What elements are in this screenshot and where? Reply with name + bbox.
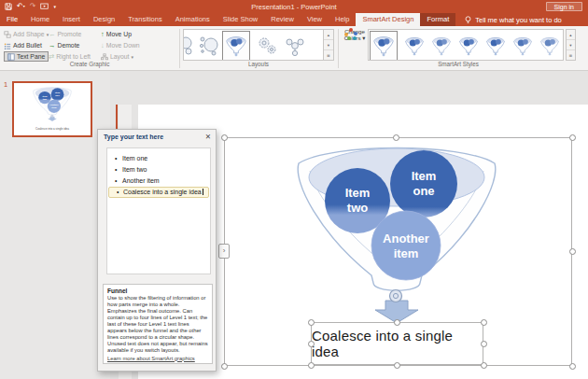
tab-insert[interactable]: Insert xyxy=(56,13,87,26)
text-pane-icon xyxy=(7,53,15,61)
bullet-icon: • xyxy=(117,188,119,197)
create-graphic-group-label: Create Graphic xyxy=(0,61,179,67)
text-pane-toggle-button[interactable]: › xyxy=(218,244,230,259)
layout-thumbnail-partial[interactable] xyxy=(183,33,195,59)
text-pane-header[interactable]: Type your text here ✕ xyxy=(98,130,216,146)
smartart-styles-group-label: SmartArt Styles xyxy=(342,61,575,67)
tab-view[interactable]: View xyxy=(301,13,329,26)
selection-handle[interactable] xyxy=(308,319,315,326)
styles-scroll-down-icon[interactable]: ▾ xyxy=(567,40,575,50)
layout-thumbnail-funnel-selected[interactable] xyxy=(222,31,250,61)
selection-handle[interactable] xyxy=(308,362,315,369)
layout-thumbnail-circles[interactable] xyxy=(197,33,221,59)
layout-info-heading: Funnel xyxy=(107,288,208,294)
learn-more-link[interactable]: Learn more about SmartArt graphics xyxy=(107,356,208,361)
style-thumbnail-4[interactable] xyxy=(456,33,481,59)
selection-handle[interactable] xyxy=(481,341,487,347)
funnel-smartart-graphic[interactable]: Item two Item one Another item xyxy=(280,135,513,336)
tell-me-box[interactable]: Tell me what you want to do xyxy=(465,13,562,26)
tab-design[interactable]: Design xyxy=(87,13,121,26)
layout-icon xyxy=(101,53,108,61)
text-pane-list: • Item one • Item two • Another item • C… xyxy=(106,147,211,274)
change-colors-button[interactable]: Change Colors ▾ xyxy=(342,28,368,65)
selection-handle[interactable] xyxy=(569,248,576,255)
caption-text: Coalesce into a single idea xyxy=(312,328,483,359)
smartart-styles-gallery xyxy=(368,29,564,61)
layouts-scroll-down-icon[interactable]: ▾ xyxy=(324,40,333,50)
layouts-gallery: ▴ ▾ ≣ xyxy=(183,29,334,61)
tab-slide-show[interactable]: Slide Show xyxy=(217,13,265,26)
sign-in-button[interactable]: Sign in xyxy=(546,2,582,11)
selection-handle[interactable] xyxy=(308,341,315,347)
slide-thumbnail-panel: 1 Coalesce into a single idea xyxy=(0,71,110,379)
text-pane-item-active[interactable]: • Coalesce into a single idea xyxy=(108,187,209,198)
tab-review[interactable]: Review xyxy=(264,13,301,26)
layouts-more-icon[interactable]: ≣ xyxy=(324,50,333,60)
layout-thumbnail-linked-circles[interactable] xyxy=(283,33,307,59)
style-thumbnail-3[interactable] xyxy=(429,33,454,59)
add-bullet-button[interactable]: Add Bullet xyxy=(4,40,42,50)
add-shape-button[interactable]: Add Shape▾ xyxy=(4,29,49,39)
thumbnail-caption: Coalesce into a single idea xyxy=(35,127,69,131)
close-icon[interactable]: ✕ xyxy=(205,133,211,141)
window-title: Presentation1 - PowerPoint xyxy=(0,3,588,11)
selection-handle[interactable] xyxy=(569,134,576,141)
group-separator xyxy=(179,29,180,68)
add-shape-icon xyxy=(4,31,11,38)
layout-thumbnail-gears[interactable] xyxy=(255,33,279,59)
tab-animations[interactable]: Animations xyxy=(169,13,217,26)
tab-smartart-design[interactable]: SmartArt Design xyxy=(356,13,420,26)
add-bullet-icon xyxy=(4,42,11,49)
styles-gallery-scrollbar: ▴ ▾ ≣ xyxy=(566,29,576,61)
layouts-group-label: Layouts xyxy=(183,61,334,67)
demote-button[interactable]: →Demote xyxy=(49,40,79,50)
text-pane-item[interactable]: • Another item xyxy=(107,175,210,187)
text-cursor xyxy=(203,189,203,195)
powerpoint-window: ↶▾ ↷ ▾ Presentation1 - PowerPoint Sign i… xyxy=(0,0,588,379)
group-separator xyxy=(338,29,339,68)
promote-button[interactable]: ←Promote xyxy=(49,29,81,39)
lightbulb-icon xyxy=(465,16,471,24)
ribbon: Add Shape▾ Add Bullet Text Pane ←Promote… xyxy=(0,26,588,71)
ribbon-tab-bar: File Home Insert Design Transitions Anim… xyxy=(0,13,588,26)
move-up-button[interactable]: ↑Move Up xyxy=(101,29,132,39)
text-pane-item[interactable]: • Item one xyxy=(107,153,210,164)
selection-handle[interactable] xyxy=(394,319,400,326)
move-down-button[interactable]: ↓Move Down xyxy=(101,40,140,50)
text-pane-item[interactable]: • Item two xyxy=(107,164,210,175)
style-thumbnail-5[interactable] xyxy=(483,33,508,59)
slide-number: 1 xyxy=(4,80,7,89)
layouts-scroll-up-icon[interactable]: ▴ xyxy=(324,30,333,40)
selection-handle[interactable] xyxy=(569,363,576,370)
style-thumbnail-6[interactable] xyxy=(511,33,535,59)
selection-handle[interactable] xyxy=(481,319,487,326)
style-thumbnail-1-selected[interactable] xyxy=(370,31,398,61)
caption-text-box[interactable]: Coalesce into a single idea xyxy=(311,322,483,365)
slide-1-thumbnail[interactable]: Coalesce into a single idea xyxy=(12,81,92,137)
bullet-icon: • xyxy=(115,164,117,175)
title-bar: ↶▾ ↷ ▾ Presentation1 - PowerPoint Sign i… xyxy=(0,0,588,13)
tab-transitions[interactable]: Transitions xyxy=(121,13,168,26)
layout-info-box: Funnel Use to show the filtering of info… xyxy=(103,284,213,364)
tell-me-label: Tell me what you want to do xyxy=(475,16,562,24)
selection-handle[interactable] xyxy=(221,134,228,141)
tab-home[interactable]: Home xyxy=(24,13,56,26)
selection-handle[interactable] xyxy=(393,134,399,141)
styles-scroll-up-icon[interactable]: ▴ xyxy=(567,30,575,40)
layouts-gallery-scrollbar: ▴ ▾ ≣ xyxy=(323,30,333,60)
bullet-icon: • xyxy=(115,175,117,187)
tab-format[interactable]: Format xyxy=(420,13,455,26)
tab-help[interactable]: Help xyxy=(329,13,356,26)
selection-handle[interactable] xyxy=(481,362,487,369)
style-thumbnail-2[interactable] xyxy=(402,33,427,59)
text-pane-title: Type your text here xyxy=(104,133,163,140)
selection-handle[interactable] xyxy=(221,363,228,370)
text-pane-window: Type your text here ✕ • Item one • Item … xyxy=(97,129,217,372)
selection-handle[interactable] xyxy=(394,362,400,369)
bullet-icon: • xyxy=(115,153,117,164)
style-thumbnail-7[interactable] xyxy=(538,33,562,59)
tab-file[interactable]: File xyxy=(0,13,24,26)
styles-more-icon[interactable]: ≣ xyxy=(567,50,575,60)
chevron-right-icon: › xyxy=(223,246,226,255)
layout-info-description: Use to show the filtering of information… xyxy=(107,295,208,354)
